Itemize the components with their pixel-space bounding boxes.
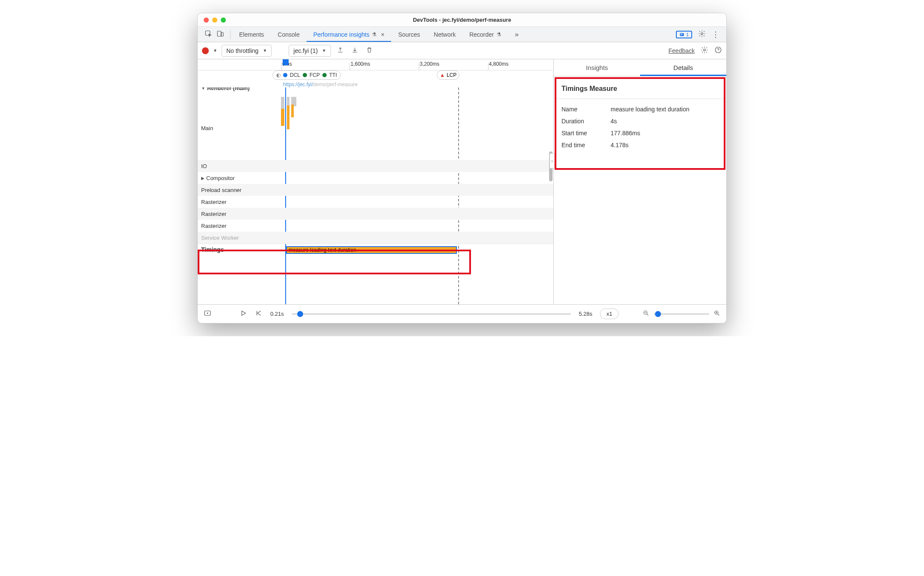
speed-select[interactable]: x1 <box>600 308 619 319</box>
caret-right-icon: ▶ <box>201 176 205 180</box>
markers-row: ◐ DCL FCP TTI ▲LCP <box>198 70 553 81</box>
recording-select[interactable]: jec.fyi (1)▼ <box>289 45 331 57</box>
track-timings[interactable]: Timings <box>201 246 224 253</box>
svg-rect-1 <box>217 31 221 36</box>
record-button[interactable] <box>202 47 209 54</box>
inspect-element-icon[interactable] <box>205 30 212 39</box>
detail-row-duration: Duration4s <box>561 115 719 127</box>
ruler-tick-3: 4,800ms <box>489 61 509 67</box>
tab-details[interactable]: Details <box>640 59 726 76</box>
ruler-tick-2: 3,200ms <box>420 61 439 67</box>
export-icon[interactable] <box>335 45 345 57</box>
zoom-slider[interactable] <box>654 313 709 315</box>
playhead-handle[interactable] <box>283 59 289 65</box>
preview-toggle-icon[interactable] <box>204 309 211 318</box>
tab-console[interactable]: Console <box>271 27 306 42</box>
track-main[interactable]: Main <box>201 125 213 131</box>
track-compositor[interactable]: ▶Compositor <box>201 175 234 181</box>
details-title: Timings Measure <box>556 79 724 99</box>
time-end-label: 5.28s <box>579 311 592 317</box>
timing-measure-bar[interactable]: measure loading text duration <box>286 246 457 254</box>
help-icon[interactable] <box>714 46 722 55</box>
feedback-link[interactable]: Feedback <box>669 47 695 54</box>
time-slider[interactable] <box>292 313 571 315</box>
bottom-bar: 0.21s 5.28s x1 <box>198 304 726 323</box>
tab-insights[interactable]: Insights <box>554 59 640 76</box>
traffic-lights <box>204 17 226 23</box>
highlight-box-details: Timings Measure Namemeasure loading text… <box>555 77 725 170</box>
fcp-marker-icon <box>303 73 307 77</box>
right-pane-tabs: Insights Details <box>554 59 726 76</box>
kebab-menu-icon[interactable]: ⋮ <box>712 30 719 39</box>
warning-icon: ▲ <box>440 72 445 78</box>
minimize-window-button[interactable] <box>212 17 217 23</box>
timeline-pane[interactable]: 0ms 1,600ms 3,200ms 4,800ms ◐ DCL FCP TT… <box>198 59 553 304</box>
record-options-icon[interactable]: ▼ <box>213 48 217 53</box>
throttling-select[interactable]: No throttling▼ <box>222 45 272 57</box>
maximize-window-button[interactable] <box>221 17 226 23</box>
svg-rect-2 <box>221 32 223 36</box>
zoom-in-icon[interactable] <box>713 310 720 318</box>
track-rasterizer-2[interactable]: Rasterizer <box>201 211 226 217</box>
url-strip: https://jec.fyi/demo/perf-measure <box>198 81 553 87</box>
lcp-marker-pill[interactable]: ▲LCP <box>437 70 459 80</box>
content-area: 0ms 1,600ms 3,200ms 4,800ms ◐ DCL FCP TT… <box>198 59 726 304</box>
tab-performance-insights[interactable]: Performance insights ⚗ × <box>307 27 392 42</box>
tti-marker-icon <box>322 73 327 77</box>
flask-icon: ⚗ <box>497 32 501 38</box>
play-icon[interactable] <box>240 309 247 318</box>
caret-down-icon: ▼ <box>201 87 205 90</box>
time-ruler[interactable]: 0ms 1,600ms 3,200ms 4,800ms <box>198 59 553 70</box>
issues-badge[interactable]: 1 <box>676 31 692 38</box>
svg-point-4 <box>701 32 703 35</box>
track-preload-scanner[interactable]: Preload scanner <box>201 187 242 193</box>
close-window-button[interactable] <box>204 17 209 23</box>
tracks-area: ▼ Renderer (main) Main IO <box>198 87 553 304</box>
detail-row-start: Start time177.886ms <box>561 127 719 139</box>
perf-toolbar: ▼ No throttling▼ jec.fyi (1)▼ Feedback <box>198 42 726 59</box>
time-start-label: 0.21s <box>270 311 284 317</box>
dcl-marker-icon <box>283 73 287 77</box>
tab-sources[interactable]: Sources <box>391 27 427 42</box>
window-title: DevTools - jec.fyi/demo/perf-measure <box>204 17 720 23</box>
flask-icon: ⚗ <box>372 32 377 38</box>
detail-row-end: End time4.178s <box>561 139 719 151</box>
track-rasterizer-3[interactable]: Rasterizer <box>201 223 226 229</box>
ruler-tick-1: 1,600ms <box>351 61 370 67</box>
more-tabs-icon[interactable]: » <box>508 27 526 42</box>
track-renderer[interactable]: ▼ Renderer (main) <box>201 87 250 91</box>
zoom-out-icon[interactable] <box>643 310 649 318</box>
collapse-pane-icon[interactable]: › <box>550 153 555 169</box>
settings-icon[interactable] <box>698 30 706 39</box>
tab-recorder[interactable]: Recorder ⚗ <box>462 27 508 42</box>
rewind-icon[interactable] <box>255 309 263 318</box>
details-pane: › Insights Details Timings Measure Namem… <box>553 59 726 304</box>
titlebar: DevTools - jec.fyi/demo/perf-measure <box>198 13 726 27</box>
svg-point-5 <box>704 49 706 51</box>
delete-icon[interactable] <box>364 45 374 57</box>
zoom-control <box>643 310 720 318</box>
tab-network[interactable]: Network <box>427 27 462 42</box>
svg-point-8 <box>207 313 208 314</box>
track-io[interactable]: IO <box>201 163 207 169</box>
timing-markers-pill[interactable]: ◐ DCL FCP TTI <box>272 70 341 80</box>
tab-elements[interactable]: Elements <box>232 27 271 42</box>
device-toggle-icon[interactable] <box>216 30 224 39</box>
panel-tabstrip: Elements Console Performance insights ⚗ … <box>198 27 726 42</box>
devtools-window: DevTools - jec.fyi/demo/perf-measure Ele… <box>197 13 727 323</box>
detail-row-name: Namemeasure loading text duration <box>561 103 719 115</box>
close-tab-icon[interactable]: × <box>381 31 384 38</box>
import-icon[interactable] <box>350 45 360 57</box>
panel-settings-icon[interactable] <box>701 46 708 55</box>
timings-track: Timings measure loading text duration <box>198 244 553 256</box>
track-service-worker[interactable]: Service Worker <box>201 235 239 241</box>
track-rasterizer-1[interactable]: Rasterizer <box>201 199 226 205</box>
